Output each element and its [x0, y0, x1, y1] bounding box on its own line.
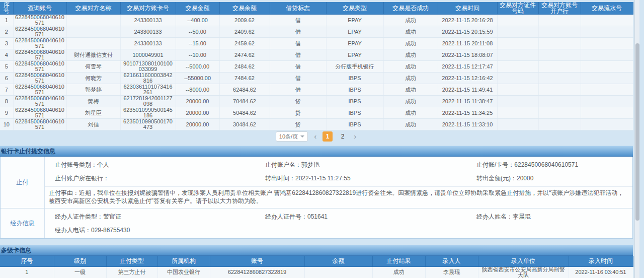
table-cell: EPAY — [326, 38, 383, 49]
table-cell: 5 — [0, 61, 13, 73]
page-size-select[interactable]: 10条/页 — [276, 131, 308, 142]
table-cell: 6228450068040610571 — [13, 73, 66, 84]
field-account-bank: 止付账户所在银行： — [55, 173, 265, 184]
column-header: 序号 — [0, 2, 13, 15]
table-cell — [497, 107, 538, 119]
table-cell: 6228450068040610571 — [13, 49, 66, 61]
table-row: 26228450068040610571243300133--50.002409… — [0, 26, 633, 38]
table-cell: 7 — [0, 84, 13, 96]
column-header: 交易余额 — [219, 2, 270, 15]
stop-payment-section-title: 银行卡止付提交信息 — [0, 146, 633, 157]
next-page-button[interactable]: › — [353, 131, 357, 142]
column-header: 交易对方名称 — [66, 2, 120, 15]
table-cell: 30484.62 — [219, 119, 270, 130]
table-cell: 6228450068040610571 — [13, 15, 66, 26]
table-cell: 财付通微信支付 — [66, 49, 120, 61]
table-cell — [538, 107, 581, 119]
column-header: 交易对方证件号码 — [497, 2, 538, 15]
table-cell: 6228450068040610571 — [13, 26, 66, 38]
column-header: 交易时间 — [438, 2, 497, 15]
table-cell: 成功 — [383, 38, 438, 49]
table-cell: 1 — [0, 266, 54, 278]
stop-payment-fields-line2: 止付账户所在银行： 转出时间：2022-11-15 11:27:55 转出金额(… — [45, 173, 632, 186]
table-cell — [581, 15, 633, 26]
table-cell — [581, 61, 633, 73]
table-cell: EPAY — [326, 15, 383, 26]
table-cell: 8 — [0, 96, 13, 107]
table-row: 106228450068040610571刘佳62350109905001704… — [0, 119, 633, 130]
stop-payment-fields-line1: 止付账号类别：个人 止付账户名：郭梦艳 止付账/卡号：6228450068040… — [45, 157, 632, 173]
table-cell: 20000.00 — [176, 107, 219, 119]
table-cell: 6216611600003842816 — [120, 73, 176, 84]
stop-payment-reason-row: 止付事由：近期，我单位在接报刘妮被骗警情中，发现涉案人员利用贵单位相关账户 曹鸿… — [45, 186, 632, 208]
table-cell: 6228450068040610571 — [13, 119, 66, 130]
table-row: 86228450068040610571黄梅621728194200112709… — [0, 96, 633, 107]
table-cell: 2022-11-15 18:08:07 — [438, 49, 497, 61]
column-header: 交易流水号 — [581, 2, 633, 15]
table-cell: --5000.00 — [176, 61, 219, 73]
table-cell: IBPS — [326, 84, 383, 96]
table-cell — [497, 38, 538, 49]
table-cell: 郭梦婷 — [66, 84, 120, 96]
field-handler-id-type: 经办人证件类型：警官证 — [55, 211, 265, 222]
table-cell: 2474.62 — [219, 49, 270, 61]
table-row: 16228450068040610571243300133--400.00200… — [0, 15, 633, 26]
table-cell: 贷 — [270, 107, 326, 119]
table-cell: 20000.00 — [176, 96, 219, 107]
table-cell: 成功 — [383, 61, 438, 73]
table-cell: 6217281942001127098 — [120, 96, 176, 107]
table-cell — [581, 84, 633, 96]
table-cell: 黄梅 — [66, 96, 120, 107]
table-cell — [497, 49, 538, 61]
table-cell: IBPS — [326, 96, 383, 107]
table-cell — [538, 119, 581, 130]
table-cell: 243300133 — [120, 15, 176, 26]
table-cell: EPAY — [326, 49, 383, 61]
field-handler-id-number: 经办人证件号：051641 — [265, 211, 476, 222]
table-cell: 1000049901 — [120, 49, 176, 61]
page-number-2[interactable]: 2 — [338, 131, 348, 142]
table-cell: 243300133 — [120, 38, 176, 49]
column-header: 所属机构 — [157, 256, 210, 266]
field-handler-name: 经办人姓名：李晨琨 — [476, 211, 632, 222]
table-cell: 成功 — [372, 266, 425, 278]
vertical-scrollbar-thumb[interactable] — [635, 43, 639, 221]
table-cell — [538, 84, 581, 96]
table-cell: 1 — [0, 15, 13, 26]
table-cell: 10 — [0, 119, 13, 130]
table-cell — [581, 73, 633, 84]
table-cell: 第三方止付 — [106, 266, 157, 278]
column-header: 账号 — [210, 256, 304, 266]
table-cell: 何雪琴 — [66, 61, 120, 73]
table-cell: 243300133 — [120, 26, 176, 38]
page-number-1[interactable]: 1 — [323, 131, 333, 142]
multilevel-header-row: 序号级别止付类型所属机构账号余额止付结果录入人录入单位录入时间 — [0, 256, 633, 266]
table-cell: 2022-11-16 03:40:51 — [569, 266, 633, 278]
table-cell: 6230361101073416261 — [120, 84, 176, 96]
table-cell: EPAY — [326, 26, 383, 38]
table-cell: 2022-11-15 20:11:08 — [438, 38, 497, 49]
table-cell: 成功 — [383, 15, 438, 26]
column-header: 级别 — [54, 256, 106, 266]
column-header: 交易对方账卡号 — [120, 2, 176, 15]
table-cell: 6228450068040610571 — [13, 38, 66, 49]
prev-page-button[interactable]: ‹ — [313, 131, 317, 142]
field-transfer-amount: 转出金额(元)：20000 — [476, 173, 632, 184]
table-cell: 6228450068040610571 — [13, 107, 66, 119]
table-cell: 借 — [270, 26, 326, 38]
field-card-number: 止付账/卡号：6228450068040610571 — [476, 159, 632, 170]
vertical-scrollbar[interactable] — [634, 0, 639, 278]
table-row: 66228450068040610571何晓芳62166116000038428… — [0, 73, 633, 84]
table-cell: 贷 — [270, 96, 326, 107]
table-cell: 刘佳 — [66, 119, 120, 130]
table-row: 46228450068040610571财付通微信支付1000049901--1… — [0, 49, 633, 61]
table-cell: 7484.62 — [219, 73, 270, 84]
table-row: 56228450068040610571何雪琴90107130801001000… — [0, 61, 633, 73]
table-cell: 陕西省西安市公安局高新分局刑警大队 — [478, 266, 569, 278]
table-cell — [497, 96, 538, 107]
multilevel-card-section-title: 多级卡信息 — [0, 245, 633, 256]
table-cell: 2 — [0, 26, 13, 38]
table-row: 76228450068040610571郭梦婷62303611010734162… — [0, 84, 633, 96]
table-cell: --10.00 — [176, 49, 219, 61]
table-cell: 成功 — [383, 49, 438, 61]
